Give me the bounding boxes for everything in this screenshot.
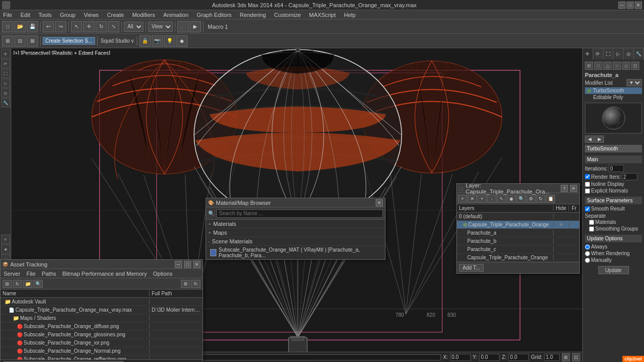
- sidebar-extra1[interactable]: ≡: [1, 235, 10, 244]
- asset-close[interactable]: ✕: [193, 261, 200, 268]
- layer-row-para-a[interactable]: Parachute_a: [457, 229, 579, 237]
- layer-btn-new[interactable]: +: [458, 195, 467, 203]
- isoline-checkbox[interactable]: [585, 182, 590, 187]
- sidebar-hierarchy[interactable]: ⛶: [1, 69, 10, 78]
- asset-menu-paths[interactable]: Paths: [41, 271, 57, 277]
- asset-menu-server[interactable]: Server: [3, 271, 21, 277]
- st-btn-cam[interactable]: 📷: [152, 35, 163, 47]
- asset-row-diffuse[interactable]: 🔴 Subscale_Parachute_Orange_diffuse.png: [1, 322, 203, 331]
- pi-btn6[interactable]: ⊡: [631, 62, 639, 70]
- iterations-input[interactable]: [609, 165, 624, 172]
- menu-file[interactable]: File: [2, 12, 13, 18]
- menu-edit[interactable]: Edit: [20, 12, 31, 18]
- tab-modify[interactable]: ⟳: [593, 48, 603, 60]
- st-btn-lock[interactable]: 🔒: [139, 35, 151, 47]
- asset-row-vault[interactable]: 📁 Autodesk Vault: [1, 298, 203, 306]
- menu-animation[interactable]: Animation: [162, 12, 190, 18]
- layer-add-t-btn[interactable]: Add T...: [459, 264, 484, 272]
- manually-radio[interactable]: [585, 258, 590, 263]
- pi-btn2[interactable]: □: [594, 62, 602, 70]
- tab-motion[interactable]: ▷: [613, 48, 623, 60]
- coord-x-val[interactable]: 0.0: [450, 354, 471, 361]
- render-iters-checkbox[interactable]: [585, 174, 590, 179]
- menu-rendering[interactable]: Rendering: [239, 12, 267, 18]
- layer-btn-refresh[interactable]: ↻: [536, 195, 545, 203]
- section-maps[interactable]: + Maps: [206, 228, 385, 237]
- maximize-btn[interactable]: □: [627, 2, 634, 9]
- st-btn2[interactable]: ⊟: [14, 35, 26, 47]
- coord-y-val[interactable]: 0.0: [479, 354, 500, 361]
- layer-help[interactable]: ?: [561, 185, 568, 192]
- smoothing-checkbox[interactable]: [589, 226, 594, 232]
- st-btn1[interactable]: ⊞: [2, 35, 13, 47]
- asset-menu-bitmap[interactable]: Bitmap Performance and Memory: [61, 271, 148, 277]
- toolbar-move[interactable]: ✛: [83, 21, 95, 32]
- sidebar-modify[interactable]: ⟳: [1, 59, 10, 68]
- toolbar-select[interactable]: ↖: [71, 21, 82, 32]
- layer-row-para-c[interactable]: Parachute_c: [457, 245, 579, 254]
- nav-btn-right[interactable]: ▶: [595, 136, 604, 143]
- sidebar-motion[interactable]: ▷: [1, 79, 10, 88]
- always-radio[interactable]: [585, 244, 590, 250]
- layer-btn-set-cur[interactable]: ◉: [507, 195, 516, 203]
- layer-row-para-b[interactable]: Parachute_b: [457, 237, 579, 245]
- materials-checkbox[interactable]: [589, 220, 594, 225]
- menu-graph-editors[interactable]: Graph Editors: [196, 12, 233, 18]
- toolbar-render-setup[interactable]: 🎥: [177, 21, 189, 32]
- material-search-input[interactable]: [216, 209, 383, 218]
- asset-btn2[interactable]: ↻: [13, 280, 22, 288]
- pi-btn4[interactable]: ○: [613, 62, 621, 70]
- pi-btn5[interactable]: ◇: [622, 62, 630, 70]
- toolbar-render[interactable]: ▶: [190, 21, 201, 32]
- asset-row-maps[interactable]: 📁 Maps / Shaders: [1, 314, 203, 322]
- pi-btn3[interactable]: △: [603, 62, 612, 70]
- explicit-checkbox[interactable]: [585, 188, 590, 194]
- menu-modifiers[interactable]: Modifiers: [131, 12, 156, 18]
- toolbar-save[interactable]: 💾: [27, 21, 38, 32]
- asset-btn4[interactable]: 🔍: [33, 280, 43, 288]
- toolbar-redo[interactable]: ↪: [55, 21, 66, 32]
- asset-row-glossines[interactable]: 🔴 Subscale_Parachute_Orange_glossines.pn…: [1, 331, 203, 339]
- layer-btn-remove-sel[interactable]: -: [487, 195, 496, 203]
- modifier-list-dropdown[interactable]: ▼: [627, 79, 642, 86]
- scene-material-row[interactable]: Subscale_Parachute_Orange_MAT ( VRayMtl …: [206, 246, 385, 259]
- smooth-result-checkbox[interactable]: [585, 206, 590, 212]
- asset-btn1[interactable]: ⊞: [3, 280, 12, 288]
- tab-hierarchy[interactable]: ⛶: [603, 48, 614, 60]
- asset-btn5[interactable]: ⚙: [181, 280, 190, 288]
- menu-create[interactable]: Create: [106, 12, 125, 18]
- layer-btn-add-sel[interactable]: +: [477, 195, 487, 203]
- asset-minimize[interactable]: ─: [175, 261, 182, 268]
- toolbar-rotate[interactable]: ↻: [96, 21, 107, 32]
- layer-btn-delete[interactable]: ✕: [468, 195, 477, 203]
- tab-create[interactable]: ✛: [583, 48, 593, 60]
- nav-btn-left[interactable]: ◀: [585, 136, 594, 143]
- section-materials[interactable]: + Materials: [206, 220, 385, 228]
- menu-tools[interactable]: Tools: [38, 12, 53, 18]
- update-button[interactable]: Update: [598, 266, 629, 274]
- when-rendering-radio[interactable]: [585, 251, 590, 256]
- sidebar-extra2[interactable]: ◈: [1, 244, 10, 254]
- asset-btn6[interactable]: ↻: [191, 280, 200, 288]
- close-btn[interactable]: ✕: [635, 2, 642, 9]
- vb-viewport-nav[interactable]: ⊞: [562, 353, 570, 361]
- layer-btn-find[interactable]: 🔍: [517, 195, 526, 203]
- layer-row-capsule[interactable]: Capsule_Triple_Parachute_Orange 👁: [457, 221, 579, 229]
- toolbar-new[interactable]: □: [2, 21, 13, 32]
- layer-close[interactable]: ✕: [570, 185, 577, 192]
- sidebar-utilities[interactable]: 🔧: [1, 98, 10, 107]
- asset-row-main-file[interactable]: 📄 Capsule_Triple_Parachute_Orange_max_vr…: [1, 306, 203, 314]
- asset-maximize[interactable]: □: [184, 261, 191, 268]
- layer-dropdown[interactable]: All: [124, 22, 143, 32]
- st-btn-light[interactable]: 💡: [164, 35, 175, 47]
- tab-display[interactable]: ◎: [623, 48, 634, 60]
- menu-help[interactable]: Help: [343, 12, 357, 18]
- view-dropdown[interactable]: View: [148, 22, 173, 32]
- material-close[interactable]: ✕: [376, 199, 383, 206]
- layer-btn-props[interactable]: 📋: [546, 195, 555, 203]
- grid-val[interactable]: 1.0: [544, 354, 560, 361]
- render-iters-input[interactable]: [622, 173, 637, 180]
- layer-btn-sel-obj[interactable]: ↖: [497, 195, 506, 203]
- sidebar-display[interactable]: ◎: [1, 88, 10, 98]
- st-btn3[interactable]: ⊠: [27, 35, 38, 47]
